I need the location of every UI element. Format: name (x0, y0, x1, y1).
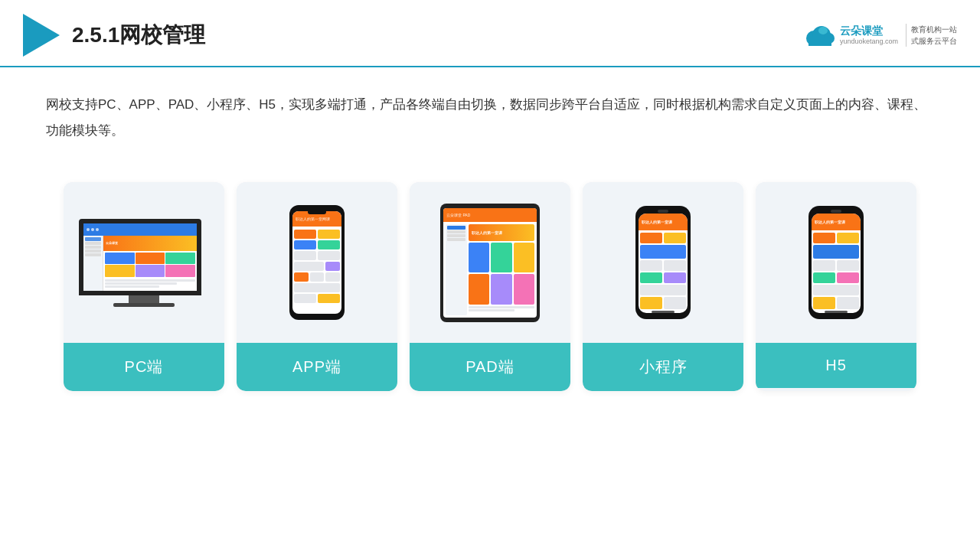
card-mini: 职达人的第一堂课 (583, 182, 743, 391)
svg-point-4 (818, 27, 828, 34)
app-phone-mockup: 职达人的第一堂网课 (289, 205, 345, 320)
header-right: 云朵课堂 yunduoketang.com 教育机构一站 式服务云平台 (802, 23, 957, 47)
app-image-area: 职达人的第一堂网课 (237, 182, 397, 343)
app-phone-screen: 职达人的第一堂网课 (292, 211, 341, 314)
h5-smartphone-camera (831, 210, 841, 213)
card-app: 职达人的第一堂网课 (237, 182, 397, 391)
card-pc: 云朵课堂 (64, 182, 224, 391)
pc-mockup: 云朵课堂 (79, 219, 209, 307)
brand-logo: 云朵课堂 yunduoketang.com 教育机构一站 式服务云平台 (802, 23, 957, 47)
brand-name: 云朵课堂 (840, 24, 883, 37)
card-pad-label: PAD端 (410, 343, 570, 391)
h5-image-area: 职达人的第一堂课 (756, 182, 916, 343)
card-pad: 云朵课堂 PAD 职达人的第一堂课 (410, 182, 570, 391)
header-left: 2.5.1网校管理 (23, 14, 205, 57)
miniapp-screen: 职达人的第一堂课 (639, 214, 688, 313)
card-mini-label: 小程序 (583, 343, 743, 391)
h5-phone-mockup: 职达人的第一堂课 (808, 206, 864, 319)
tablet-screen: 云朵课堂 PAD 职达人的第一堂课 (443, 208, 537, 318)
card-app-label: APP端 (237, 343, 397, 391)
page-title: 2.5.1网校管理 (72, 21, 205, 50)
brand-url: yunduoketang.com (840, 37, 898, 46)
h5-screen: 职达人的第一堂课 (812, 214, 861, 313)
card-pc-label: PC端 (64, 343, 224, 391)
miniapp-phone-mockup: 职达人的第一堂课 (635, 206, 691, 319)
pad-image-area: 云朵课堂 PAD 职达人的第一堂课 (410, 182, 570, 343)
smartphone-camera (658, 210, 668, 213)
card-h5-label: H5 (756, 343, 916, 388)
brand-text: 云朵课堂 yunduoketang.com (840, 24, 898, 46)
description-text: 网校支持PC、APP、PAD、小程序、H5，实现多端打通，产品各终端自由切换，数… (0, 67, 980, 159)
logo-triangle-icon (23, 14, 60, 57)
tablet-mockup: 云朵课堂 PAD 职达人的第一堂课 (440, 204, 540, 322)
phone-notch (308, 210, 326, 214)
svg-rect-3 (808, 38, 831, 46)
cards-container: 云朵课堂 (0, 167, 980, 414)
cloud-icon (802, 23, 835, 47)
brand-slogan: 教育机构一站 式服务云平台 (906, 24, 957, 47)
page-header: 2.5.1网校管理 云朵课堂 yunduoketang.com 教育机构一站 式… (0, 0, 980, 67)
pc-screen: 云朵课堂 (79, 219, 201, 295)
mini-image-area: 职达人的第一堂课 (583, 182, 743, 343)
card-h5: 职达人的第一堂课 (756, 182, 916, 391)
pc-image-area: 云朵课堂 (64, 182, 224, 343)
